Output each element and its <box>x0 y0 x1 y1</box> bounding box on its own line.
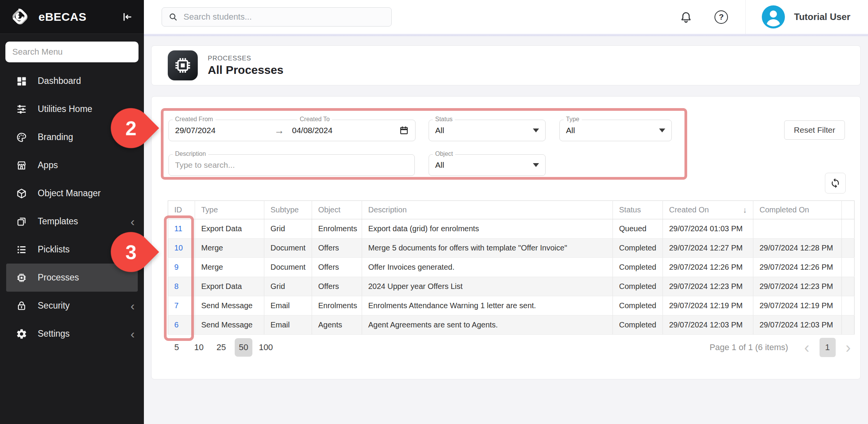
notifications-bell-icon[interactable] <box>676 7 696 27</box>
sidebar-header: eBECAS <box>0 0 144 34</box>
description-label: Description <box>173 150 208 157</box>
column-header-id[interactable]: ID <box>168 201 195 219</box>
type-value: All <box>566 126 575 135</box>
process-id-link[interactable]: 6 <box>174 321 179 329</box>
column-header-created-on[interactable]: Created On↓ <box>663 201 753 219</box>
cell-completed-on: 29/07/2024 12:03 PM <box>753 315 842 335</box>
object-select[interactable]: Object All <box>429 154 546 176</box>
type-select[interactable]: Type All <box>559 120 672 141</box>
user-menu[interactable]: Tutorial User <box>746 5 868 28</box>
column-header-completed-on[interactable]: Completed On <box>753 201 842 219</box>
page-size-50[interactable]: 50 <box>235 338 252 357</box>
column-header-filler <box>842 201 855 219</box>
cell-object: Offers <box>312 258 362 277</box>
sidebar-item-object-manager[interactable]: Object Manager <box>0 179 144 207</box>
menu-search-input[interactable] <box>5 42 139 62</box>
table-body: 11Export DataGridEnrolmentsExport data (… <box>168 219 855 335</box>
column-header-status[interactable]: Status <box>613 201 663 219</box>
page-size-25[interactable]: 25 <box>212 338 230 357</box>
chevron-down-icon <box>533 129 539 132</box>
cell-type: Send Message <box>195 315 264 335</box>
sidebar-item-templates[interactable]: Templates ‹ <box>0 207 144 235</box>
page-size-10[interactable]: 10 <box>190 338 208 357</box>
sidebar-item-picklists[interactable]: Picklists <box>0 235 144 264</box>
column-header-description[interactable]: Description <box>362 201 613 219</box>
cell-type: Export Data <box>195 277 264 296</box>
sidebar-item-settings[interactable]: Settings ‹ <box>0 320 144 348</box>
sidebar-item-label: Templates <box>38 216 78 227</box>
created-to-value[interactable]: 04/08/2024 <box>292 126 381 135</box>
templates-icon <box>15 215 28 228</box>
current-page-button[interactable]: 1 <box>820 338 836 357</box>
refresh-button[interactable] <box>825 173 846 194</box>
page-size-100[interactable]: 100 <box>257 338 275 357</box>
sidebar-item-security[interactable]: Security ‹ <box>0 292 144 320</box>
sidebar-item-branding[interactable]: Branding <box>0 123 144 151</box>
cell-filler <box>842 296 855 315</box>
sidebar-item-apps[interactable]: Apps <box>0 151 144 179</box>
sidebar-item-label: Processes <box>38 272 79 283</box>
object-label: Object <box>433 150 455 157</box>
cell-created-on: 29/07/2024 12:23 PM <box>663 277 753 296</box>
previous-page-button[interactable]: ‹ <box>801 340 812 355</box>
cell-created-on: 29/07/2024 12:03 PM <box>663 315 753 335</box>
processes-card: Created From Created To 29/07/2024 → 04/… <box>151 96 861 379</box>
page-title: All Processes <box>208 63 284 77</box>
created-date-range-field[interactable]: Created From Created To 29/07/2024 → 04/… <box>169 120 416 141</box>
next-page-button[interactable]: › <box>843 340 854 355</box>
cell-description: Export data (grid) for enrolments <box>362 219 613 239</box>
refresh-icon <box>830 178 841 189</box>
cell-id: 9 <box>168 258 195 277</box>
column-header-object[interactable]: Object <box>312 201 362 219</box>
column-header-type[interactable]: Type <box>195 201 264 219</box>
cell-completed-on: 29/07/2024 12:26 PM <box>753 258 842 277</box>
chevron-down-icon <box>533 163 539 167</box>
chip-icon <box>15 272 28 284</box>
column-header-subtype[interactable]: Subtype <box>264 201 312 219</box>
status-select[interactable]: Status All <box>429 120 546 141</box>
description-filter-input[interactable] <box>175 160 408 170</box>
cell-id: 7 <box>168 296 195 315</box>
created-from-value[interactable]: 29/07/2024 <box>175 126 274 135</box>
description-filter-field[interactable]: Description <box>169 154 415 176</box>
cell-filler <box>842 219 855 239</box>
table-head-row: IDTypeSubtypeObjectDescriptionStatusCrea… <box>168 201 855 219</box>
status-label: Status <box>433 116 455 123</box>
chevron-left-icon: ‹ <box>130 328 135 340</box>
process-id-link[interactable]: 8 <box>174 282 179 290</box>
calendar-icon[interactable] <box>399 125 409 135</box>
cell-subtype: Document <box>264 258 312 277</box>
cell-object: Offers <box>312 277 362 296</box>
reset-filter-button[interactable]: Reset Filter <box>784 120 845 140</box>
process-id-link[interactable]: 10 <box>174 244 183 252</box>
cell-created-on: 29/07/2024 12:27 PM <box>663 239 753 258</box>
sidebar-collapse-icon[interactable] <box>120 10 134 24</box>
chevron-left-icon: ‹ <box>130 215 135 228</box>
sliders-icon <box>15 103 28 115</box>
chevron-down-icon <box>659 129 665 132</box>
dashboard-icon <box>15 75 28 87</box>
process-id-link[interactable]: 9 <box>174 263 179 271</box>
page-size-5[interactable]: 5 <box>168 338 185 357</box>
sidebar-item-dashboard[interactable]: Dashboard <box>0 67 144 95</box>
process-id-link[interactable]: 7 <box>174 301 179 310</box>
cell-status: Completed <box>613 239 663 258</box>
help-icon[interactable]: ? <box>711 7 731 27</box>
cell-completed-on <box>753 219 842 239</box>
sidebar-item-utilities-home[interactable]: Utilities Home <box>0 95 144 123</box>
table-row: 8Export DataGridOffers2024 Upper year Of… <box>168 277 855 296</box>
cell-completed-on: 29/07/2024 12:28 PM <box>753 239 842 258</box>
sidebar-item-label: Security <box>38 300 70 311</box>
cell-subtype: Document <box>264 239 312 258</box>
cell-created-on: 29/07/2024 12:26 PM <box>663 258 753 277</box>
sidebar-nav: Dashboard Utilities Home Branding <box>0 67 144 348</box>
sidebar-item-processes[interactable]: Processes <box>6 264 138 292</box>
student-search-field[interactable] <box>162 7 392 27</box>
student-search-input[interactable] <box>184 12 385 22</box>
list-icon <box>15 244 28 256</box>
cell-type: Merge <box>195 258 264 277</box>
table-row: 7Send MessageEmailEnrolmentsEnrolments A… <box>168 296 855 315</box>
process-id-link[interactable]: 11 <box>174 224 182 233</box>
sidebar-item-label: Picklists <box>38 244 70 255</box>
cell-id: 8 <box>168 277 195 296</box>
